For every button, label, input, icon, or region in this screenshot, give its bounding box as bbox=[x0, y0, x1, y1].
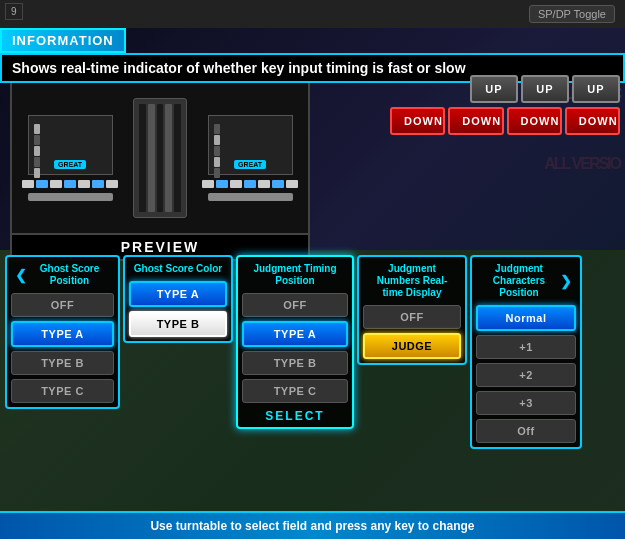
judgment-char-plus2-btn[interactable]: +2 bbox=[476, 363, 576, 387]
preview-screen: GREAT bbox=[10, 80, 310, 235]
judgment-timing-position-panel: Judgment Timing Position OFF TYPE A TYPE… bbox=[236, 255, 354, 429]
ghost-indicator-left: GREAT bbox=[54, 160, 86, 169]
preview-col bbox=[139, 104, 146, 212]
judgment-characters-panel: Judgment Characters Position ❯ Normal +1… bbox=[470, 255, 582, 449]
ghost-score-position-label: Ghost Score Position bbox=[29, 263, 110, 287]
down-button-3[interactable]: DOWN bbox=[565, 107, 620, 135]
tt-vkeys-left bbox=[34, 124, 40, 178]
ghost-score-color-header: Ghost Score Color bbox=[130, 261, 226, 277]
nav-area: UP UP UP DOWN DOWN DOWN DOWN bbox=[390, 75, 620, 139]
ghost-score-color-panel: Ghost Score Color TYPE A TYPE B bbox=[123, 255, 233, 343]
tt-vkey bbox=[214, 146, 220, 156]
judgment-numbers-off-btn[interactable]: OFF bbox=[363, 305, 461, 329]
tt-key bbox=[92, 180, 104, 188]
ghost-pos-typeb-btn[interactable]: TYPE B bbox=[11, 351, 114, 375]
down-button-1[interactable]: DOWN bbox=[448, 107, 503, 135]
up-button-1[interactable]: UP bbox=[470, 75, 518, 103]
ghost-score-position-header: ❮ Ghost Score Position bbox=[11, 261, 114, 289]
tt-key bbox=[272, 180, 284, 188]
judgment-characters-header: Judgment Characters Position ❯ bbox=[476, 261, 576, 301]
tt-vkeys-right bbox=[214, 124, 220, 178]
preview-columns bbox=[134, 99, 186, 217]
preview-col bbox=[157, 104, 164, 212]
tt-key bbox=[50, 180, 62, 188]
preview-center bbox=[133, 98, 187, 218]
tt-key bbox=[64, 180, 76, 188]
preview-col bbox=[165, 104, 172, 212]
judgment-char-plus1-btn[interactable]: +1 bbox=[476, 335, 576, 359]
main-panel: ❮ Ghost Score Position OFF TYPE A TYPE B… bbox=[0, 255, 625, 511]
judgment-numbers-panel: Judgment Numbers Real-time Display OFF J… bbox=[357, 255, 467, 365]
tt-vkey bbox=[34, 135, 40, 145]
up-button-2[interactable]: UP bbox=[521, 75, 569, 103]
top-bar: 9 SP/DP Toggle bbox=[0, 0, 625, 28]
ghost-pos-typec-btn[interactable]: TYPE C bbox=[11, 379, 114, 403]
up-button-3[interactable]: UP bbox=[572, 75, 620, 103]
tt-key bbox=[230, 180, 242, 188]
left-arrow-icon[interactable]: ❮ bbox=[15, 267, 27, 284]
info-header: INFORMATION bbox=[0, 28, 126, 53]
tt-key bbox=[244, 180, 256, 188]
judgment-char-normal-btn[interactable]: Normal bbox=[476, 305, 576, 331]
tt-key bbox=[78, 180, 90, 188]
judgment-timing-off-btn[interactable]: OFF bbox=[242, 293, 348, 317]
tt-key bbox=[106, 180, 118, 188]
ghost-color-typeb-btn[interactable]: TYPE B bbox=[129, 311, 227, 337]
ghost-score-position-panel: ❮ Ghost Score Position OFF TYPE A TYPE B… bbox=[5, 255, 120, 409]
tt-keys-left bbox=[22, 180, 118, 188]
select-label: SELECT bbox=[265, 407, 324, 423]
judgment-numbers-judge-btn[interactable]: JUDGE bbox=[363, 333, 461, 359]
right-arrow-icon[interactable]: ❯ bbox=[560, 273, 572, 290]
judgment-characters-label: Judgment Characters Position bbox=[480, 263, 558, 299]
judgment-timing-typeb-btn[interactable]: TYPE B bbox=[242, 351, 348, 375]
judgment-char-plus3-btn[interactable]: +3 bbox=[476, 391, 576, 415]
tt-screen-right: GREAT bbox=[208, 115, 293, 175]
tt-key bbox=[202, 180, 214, 188]
judgment-timing-typea-btn[interactable]: TYPE A bbox=[242, 321, 348, 347]
preview-col bbox=[174, 104, 181, 212]
tt-key bbox=[22, 180, 34, 188]
sp-dp-toggle-button[interactable]: SP/DP Toggle bbox=[529, 5, 615, 23]
judgment-numbers-header: Judgment Numbers Real-time Display bbox=[363, 261, 461, 301]
tt-bar-left bbox=[28, 193, 113, 201]
tt-screen-left: GREAT bbox=[28, 115, 113, 175]
tt-keys-right bbox=[202, 180, 298, 188]
ghost-color-typea-btn[interactable]: TYPE A bbox=[129, 281, 227, 307]
turntable-left: GREAT bbox=[22, 115, 118, 201]
bottom-text: Use turntable to select field and press … bbox=[150, 519, 474, 533]
tt-vkey bbox=[214, 157, 220, 167]
tt-vkey bbox=[214, 168, 220, 178]
tt-key bbox=[216, 180, 228, 188]
turntable-right: GREAT bbox=[202, 115, 298, 201]
tt-vkey bbox=[34, 157, 40, 167]
nav-up-row: UP UP UP bbox=[390, 75, 620, 103]
nav-down-row: DOWN DOWN DOWN DOWN bbox=[390, 107, 620, 135]
bottom-bar: Use turntable to select field and press … bbox=[0, 511, 625, 539]
ghost-indicator-right: GREAT bbox=[234, 160, 266, 169]
tt-key bbox=[258, 180, 270, 188]
tt-vkey bbox=[34, 146, 40, 156]
preview-col bbox=[148, 104, 155, 212]
down-button-0[interactable]: DOWN bbox=[390, 107, 445, 135]
preview-area: GREAT bbox=[10, 80, 310, 261]
tt-key bbox=[286, 180, 298, 188]
judgment-char-off-btn[interactable]: Off bbox=[476, 419, 576, 443]
bg-text-allver: ALL VERSIO bbox=[544, 155, 620, 173]
tt-bar-right bbox=[208, 193, 293, 201]
tt-vkey bbox=[214, 135, 220, 145]
tt-vkey bbox=[34, 124, 40, 134]
tt-vkey bbox=[214, 124, 220, 134]
judgment-timing-typec-btn[interactable]: TYPE C bbox=[242, 379, 348, 403]
number-badge: 9 bbox=[5, 3, 23, 20]
ghost-pos-typea-btn[interactable]: TYPE A bbox=[11, 321, 114, 347]
judgment-timing-position-header: Judgment Timing Position bbox=[242, 261, 348, 289]
tt-key bbox=[36, 180, 48, 188]
down-button-2[interactable]: DOWN bbox=[507, 107, 562, 135]
tt-vkey bbox=[34, 168, 40, 178]
ghost-pos-off-btn[interactable]: OFF bbox=[11, 293, 114, 317]
